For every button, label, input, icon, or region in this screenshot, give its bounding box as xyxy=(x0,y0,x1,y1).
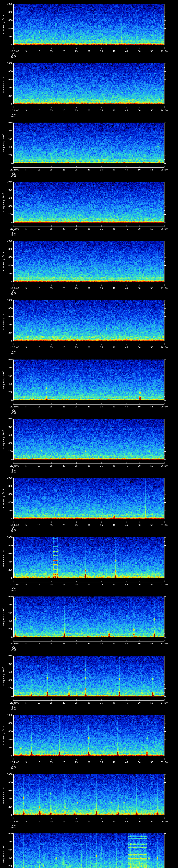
y-tick-label: 800 xyxy=(4,840,12,843)
y-tick-label: 200 xyxy=(4,391,12,393)
x-tick-label: 40 xyxy=(110,524,118,526)
x-tick-label: 45 xyxy=(123,583,130,586)
x-tick-label: 15 xyxy=(48,406,55,408)
x-axis-start-time: 1:25:00 xyxy=(6,228,22,230)
x-tick-label: 5 xyxy=(22,228,30,230)
x-tick-label: 40 xyxy=(110,287,118,289)
x-axis-end-time: 23:00 xyxy=(159,50,170,53)
x-tick-label: 55 xyxy=(148,465,155,467)
x-tick-label: 35 xyxy=(98,761,105,764)
x-tick-label: 45 xyxy=(123,168,130,171)
x-axis-date-line: 2015 xyxy=(6,293,21,296)
x-tick-label: 20 xyxy=(60,524,68,526)
x-tick-label: 35 xyxy=(98,465,105,467)
y-tick-label: 400 xyxy=(4,323,12,326)
y-axis-title: Frequency (Hz) xyxy=(2,15,5,34)
x-tick-label: 35 xyxy=(98,820,105,823)
x-tick-label: 15 xyxy=(48,168,55,171)
y-tick-label: 800 xyxy=(4,307,12,310)
x-tick-label: 30 xyxy=(85,287,93,289)
spectrogram-panel-9: Frequency (Hz)10008006004002000510152025… xyxy=(0,474,178,533)
x-tick-label: 20 xyxy=(60,50,68,53)
y-tick-label: 1000 xyxy=(4,536,12,538)
x-tick-label: 25 xyxy=(72,524,80,526)
y-axis-title: Frequency (Hz) xyxy=(2,311,5,330)
x-tick-label: 5 xyxy=(22,109,30,112)
x-tick-label: 10 xyxy=(35,583,42,586)
x-axis-date-line: 2015 xyxy=(6,708,21,710)
x-axis-end-time: 29:00 xyxy=(159,406,170,408)
y-axis-title: Frequency (Hz) xyxy=(2,666,5,686)
y-tick-label: 400 xyxy=(4,561,12,563)
x-tick-label: 30 xyxy=(85,643,93,645)
x-tick-label: 10 xyxy=(35,820,42,823)
x-tick-label: 55 xyxy=(148,168,155,171)
y-tick-label: 800 xyxy=(4,485,12,487)
x-axis-end-time: 36:00 xyxy=(159,820,170,823)
spectrogram-panel-7: Frequency (Hz)10008006004002000510152025… xyxy=(0,355,178,415)
x-tick-label: 55 xyxy=(148,109,155,112)
x-tick-label: 10 xyxy=(35,50,42,53)
y-tick-label: 400 xyxy=(4,798,12,800)
y-tick-label: 1000 xyxy=(4,477,12,479)
x-tick-label: 20 xyxy=(60,761,68,764)
x-axis-date-line: 2015 xyxy=(6,767,21,770)
x-tick-label: 10 xyxy=(35,761,42,764)
x-axis-start-time: 1:30:00 xyxy=(6,524,22,526)
spectrogram-panel-4: Frequency (Hz)10008006004002000510152025… xyxy=(0,178,178,237)
x-tick-label: 40 xyxy=(110,50,118,53)
x-tick-label: 35 xyxy=(98,109,105,112)
x-tick-label: 50 xyxy=(136,50,143,53)
x-axis-end-time: 35:00 xyxy=(159,761,170,764)
y-tick-label: 200 xyxy=(4,569,12,571)
x-tick-label: 5 xyxy=(22,50,30,53)
x-tick-label: 25 xyxy=(72,643,80,645)
y-tick-label: 200 xyxy=(4,687,12,689)
x-tick-label: 25 xyxy=(72,346,80,349)
x-tick-label: 45 xyxy=(123,346,130,349)
y-tick-label: 400 xyxy=(4,501,12,504)
y-tick-label: 1000 xyxy=(4,3,12,5)
x-tick-label: 5 xyxy=(22,524,30,526)
x-tick-label: 5 xyxy=(22,643,30,645)
x-tick-label: 25 xyxy=(72,406,80,408)
x-tick-label: 50 xyxy=(136,583,143,586)
y-tick-label: 0 xyxy=(4,577,12,579)
y-tick-label: 600 xyxy=(4,848,12,851)
y-tick-label: 800 xyxy=(4,70,12,72)
x-tick-label: 10 xyxy=(35,228,42,230)
y-tick-label: 800 xyxy=(4,129,12,132)
x-axis-end-time: 33:00 xyxy=(159,643,170,645)
x-tick-label: 35 xyxy=(98,346,105,349)
y-tick-label: 600 xyxy=(4,375,12,377)
x-tick-label: 30 xyxy=(85,168,93,171)
x-tick-label: 5 xyxy=(22,465,30,467)
x-tick-label: 30 xyxy=(85,583,93,586)
x-tick-label: 30 xyxy=(85,761,93,764)
y-tick-label: 600 xyxy=(4,730,12,733)
y-tick-label: 400 xyxy=(4,620,12,622)
x-axis-start-time: 1:28:00 xyxy=(6,406,22,408)
x-tick-label: 20 xyxy=(60,228,68,230)
x-tick-label: 30 xyxy=(85,820,93,823)
x-tick-label: 25 xyxy=(72,761,80,764)
x-axis-start-time: 1:35:00 xyxy=(6,820,22,823)
x-tick-label: 35 xyxy=(98,406,105,408)
y-tick-label: 800 xyxy=(4,426,12,428)
x-tick-label: 10 xyxy=(35,109,42,112)
x-axis-end-time: 30:00 xyxy=(159,465,170,467)
y-tick-label: 0 xyxy=(4,281,12,283)
x-axis-start-time: 1:33:00 xyxy=(6,702,22,704)
y-tick-label: 1000 xyxy=(4,773,12,775)
y-tick-label: 200 xyxy=(4,806,12,808)
x-tick-label: 35 xyxy=(98,287,105,289)
x-tick-label: 50 xyxy=(136,228,143,230)
x-tick-label: 55 xyxy=(148,287,155,289)
y-axis-title: Frequency (Hz) xyxy=(2,193,5,212)
y-tick-label: 200 xyxy=(4,450,12,453)
y-tick-label: 800 xyxy=(4,544,12,547)
x-tick-label: 45 xyxy=(123,406,130,408)
x-tick-label: 10 xyxy=(35,287,42,289)
y-axis-title: Frequency (Hz) xyxy=(2,252,5,271)
spectrogram-panel-10: Frequency (Hz)10008006004002000510152025… xyxy=(0,533,178,592)
